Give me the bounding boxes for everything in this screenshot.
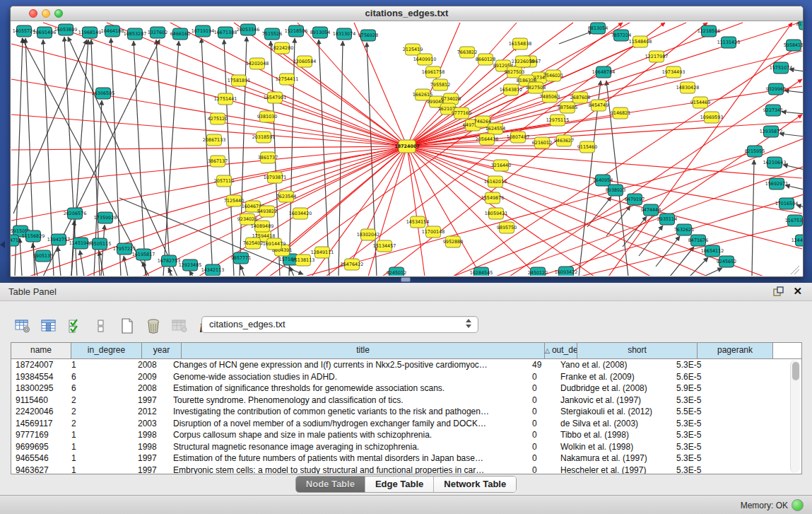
tab-node-table[interactable]: Node Table [296, 477, 365, 492]
column-header-in_degree[interactable]: in_degree [71, 343, 142, 358]
table-cell: 22420046 [11, 406, 67, 418]
graph-node-label: 2935114 [657, 216, 677, 222]
graph-node-label: 9756928 [358, 33, 378, 38]
window-titlebar[interactable]: citations_edges.txt [11, 6, 803, 21]
table-cell: Estimation of significance thresholds fo… [169, 382, 528, 395]
table-cell: de Silva et al. (2003) [556, 418, 672, 430]
delete-trash-icon[interactable] [145, 317, 162, 334]
table-row[interactable]: 1938455462009Genome-wide association stu… [11, 371, 801, 383]
graph-node-label: 7515526 [262, 31, 282, 37]
graph-edge [11, 146, 407, 150]
memory-status-label: Memory: OK [741, 501, 788, 510]
graph-edge [779, 134, 803, 137]
graph-edge [407, 146, 425, 276]
table-cell: Changes of HCN gene expression and I(f) … [169, 359, 528, 371]
network-canvas[interactable]: 1405572420691406160538091196814910464188… [11, 21, 803, 276]
table-cell: Stergiakouli et al. (2012) [556, 406, 672, 418]
graph-node-label: 9146821 [611, 110, 630, 116]
graph-node-label: 16782753 [158, 258, 181, 264]
graph-node-label: 6479197 [625, 197, 645, 202]
graph-edge [407, 51, 802, 146]
select-columns-icon[interactable] [66, 317, 83, 334]
merge-rows-icon[interactable] [93, 317, 110, 334]
column-header-short[interactable]: short [577, 343, 698, 358]
graph-node-label: 7125440 [224, 198, 244, 204]
graph-node-label: 3867137 [208, 158, 228, 164]
tab-network-table[interactable]: Network Table [434, 477, 516, 492]
resize-corner-icon[interactable] [791, 266, 799, 274]
graph-node-label: 9234026 [237, 216, 257, 222]
splitter-handle[interactable] [401, 277, 411, 282]
graph-node-label: 1327602 [148, 30, 167, 35]
graph-node-label: 7546021 [543, 73, 563, 78]
close-panel-icon[interactable]: ✕ [793, 285, 802, 298]
scrollbar-thumb[interactable] [792, 362, 799, 380]
table-cell: 1 [67, 441, 134, 453]
graph-edge [704, 268, 722, 276]
vertical-scrollbar[interactable] [790, 360, 800, 473]
graph-edge [240, 265, 245, 276]
table-row[interactable]: 2242004622012Investigating the contribut… [11, 406, 801, 418]
table-row[interactable]: 911546021997Tourette syndrome. Phenomeno… [11, 395, 801, 407]
table-column-icon[interactable] [40, 317, 57, 334]
graph-node-label: 26306505 [92, 90, 115, 96]
graph-node-label: 16210643 [763, 160, 787, 165]
table-settings-icon[interactable] [14, 317, 31, 334]
graph-node-label: 12445120 [792, 238, 803, 243]
column-header-name[interactable]: name [11, 343, 71, 358]
graph-node-label: 2125419 [403, 47, 423, 52]
graph-node-label: 9381030 [257, 114, 277, 119]
column-header-pagerank[interactable]: pagerank [698, 343, 773, 358]
network-canvas-wrap[interactable]: 1405572420691406160538091196814910464188… [11, 21, 803, 276]
column-header-out_de[interactable]: △out_de... [545, 343, 577, 358]
table-cell: 5.3E-5 [672, 395, 743, 407]
table-row[interactable]: 1872400712008Changes of HCN gene express… [11, 359, 801, 371]
table-row[interactable]: 946554611997Estimation of the future num… [11, 452, 801, 465]
new-document-icon[interactable] [119, 317, 136, 334]
column-header-title[interactable]: title [182, 343, 545, 358]
graph-node-label: 8454749 [589, 103, 608, 108]
table-cell: 0 [528, 465, 556, 475]
table-cell: Nakamura et al. (1997) [556, 452, 672, 465]
graph-node-label: 9474444 [641, 207, 661, 213]
float-panel-icon[interactable] [773, 286, 784, 297]
node-table: namein_degreeyeartitle△out_de...shortpag… [11, 342, 802, 474]
graph-node-label: 9857771 [231, 255, 251, 261]
table-cell: 2008 [134, 382, 169, 395]
graph-node-label: 15692971 [765, 181, 789, 187]
graph-node-label: 10853287 [124, 31, 147, 37]
graph-node-label: 12935872 [760, 129, 783, 134]
graph-node-label: 9329965 [766, 86, 786, 92]
graph-node-label: 15751074 [770, 65, 793, 71]
table-cell: 2003 [134, 418, 169, 430]
table-row[interactable]: 1830029562008Estimation of significance … [11, 382, 801, 395]
graph-node-label: 15549876 [481, 195, 505, 201]
left-collapse-arrow-icon[interactable] [0, 241, 5, 248]
graph-edge [319, 40, 329, 276]
graph-node-label: 9115460 [577, 144, 597, 150]
graph-edge [670, 247, 694, 276]
graph-node-label: 9227341 [763, 107, 783, 113]
graph-edge [124, 256, 128, 276]
graph-node-label: 12218506 [698, 28, 721, 34]
network-table-selector[interactable]: citations_edges.txt [201, 316, 478, 333]
graph-node-label: 8471676 [688, 238, 708, 243]
tab-edge-table[interactable]: Edge Table [365, 477, 434, 492]
table-row[interactable]: 946362711997Embryonic stem cells: a mode… [11, 465, 801, 475]
table-cell: Investigating the contribution of common… [169, 406, 528, 418]
table-row[interactable]: 969969511998Structural magnetic resonanc… [11, 441, 801, 453]
graph-node-label: 8660128 [476, 57, 495, 62]
column-header-label: year [153, 345, 170, 355]
table-row[interactable]: 1456911722003Disruption of a novel membe… [11, 418, 801, 430]
graph-node-label: 17957225 [113, 246, 136, 252]
graph-node-label: 18724007 [394, 144, 420, 149]
column-header-year[interactable]: year [142, 343, 182, 358]
graph-node-label: 14055724 [13, 28, 36, 34]
graph-node-label: 10648784 [592, 69, 616, 75]
column-header-label: title [356, 345, 370, 355]
table-cell: 9465546 [11, 452, 67, 465]
graph-node-label: 9154469 [690, 100, 710, 105]
table-row[interactable]: 977716911998Corpus callosum shape and si… [11, 429, 801, 441]
memory-status-indicator[interactable] [792, 499, 804, 511]
table-cell: 19384554 [11, 371, 67, 383]
